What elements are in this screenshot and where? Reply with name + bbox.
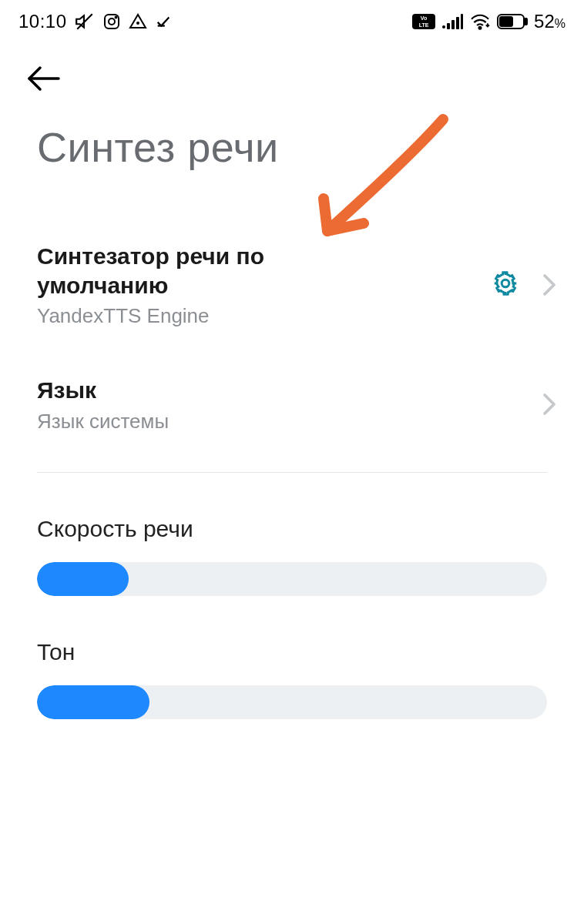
svg-rect-13 — [461, 14, 463, 29]
svg-rect-12 — [456, 17, 459, 29]
settings-list: Синтезатор речи по умолчанию YandexTTS E… — [0, 171, 584, 719]
back-arrow-icon — [25, 65, 62, 92]
svg-point-4 — [137, 22, 139, 24]
triangle-alert-icon — [129, 12, 147, 31]
svg-rect-16 — [525, 18, 527, 25]
chevron-right-icon — [542, 273, 556, 296]
pitch-slider[interactable] — [37, 685, 547, 719]
item-sublabel: Язык системы — [37, 410, 542, 434]
status-left: 10:10 — [18, 11, 172, 32]
status-bar: 10:10 Vo LTE 52% — [0, 0, 584, 43]
back-button[interactable] — [0, 43, 584, 95]
svg-point-19 — [502, 280, 509, 287]
slider-label: Тон — [37, 639, 547, 665]
svg-point-2 — [109, 18, 115, 25]
slider-fill — [37, 685, 149, 719]
engine-settings-button[interactable] — [492, 270, 519, 300]
status-time: 10:10 — [18, 11, 67, 32]
volte-icon: Vo LTE — [412, 14, 435, 29]
svg-rect-11 — [451, 20, 455, 29]
mute-icon — [75, 12, 95, 32]
slider-rate-block: Скорость речи — [0, 473, 584, 596]
signal-icon — [441, 14, 463, 29]
page-title: Синтез речи — [0, 95, 584, 171]
check-icon — [155, 13, 172, 30]
gear-icon — [492, 270, 519, 297]
svg-text:LTE: LTE — [419, 22, 429, 28]
item-language[interactable]: Язык Язык системы — [0, 345, 584, 450]
rate-slider[interactable] — [37, 562, 547, 596]
status-right: Vo LTE 52% — [412, 11, 566, 32]
instagram-icon — [102, 12, 121, 31]
item-label: Синтезатор речи по умолчанию — [37, 242, 482, 300]
slider-label: Скорость речи — [37, 516, 547, 542]
svg-rect-10 — [447, 23, 450, 29]
wifi-icon — [469, 13, 491, 30]
item-default-engine[interactable]: Синтезатор речи по умолчанию YandexTTS E… — [0, 225, 584, 345]
svg-point-14 — [479, 27, 482, 29]
svg-point-9 — [442, 25, 445, 28]
battery-icon — [497, 13, 528, 30]
item-sublabel: YandexTTS Engine — [37, 304, 482, 328]
slider-fill — [37, 562, 129, 596]
slider-pitch-block: Тон — [0, 596, 584, 719]
item-label: Язык — [37, 376, 542, 405]
svg-rect-17 — [500, 17, 512, 26]
battery-percent: 52% — [534, 11, 566, 32]
svg-text:Vo: Vo — [421, 15, 427, 21]
svg-point-3 — [115, 17, 116, 18]
chevron-right-icon — [542, 393, 556, 416]
